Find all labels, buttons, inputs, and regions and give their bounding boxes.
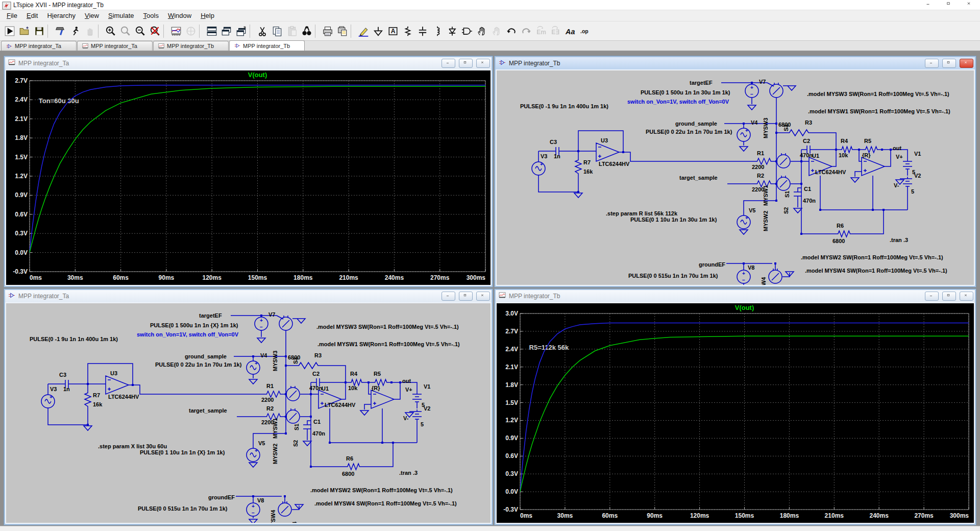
child-close-button[interactable] [476,292,490,301]
halt-button[interactable] [82,23,97,38]
open-file-button[interactable] [17,23,32,38]
place-ground-button[interactable] [371,23,385,38]
print-button[interactable] [320,23,335,38]
schematic-text: U3 [601,137,608,144]
menu-edit[interactable]: Edit [22,11,42,20]
redo-button[interactable] [519,23,533,38]
child-close-button[interactable] [476,59,490,68]
place-spice-directive-button[interactable]: .op [578,23,593,38]
svg-text:150ms: 150ms [248,274,267,281]
minimize-button[interactable] [919,0,939,10]
edit-simulation-cmd-button[interactable]: Em [533,23,548,38]
child-minimize-button[interactable] [442,292,455,301]
cut-button[interactable] [255,23,270,38]
child-close-button[interactable] [960,59,973,68]
copy-button[interactable] [270,23,284,38]
menu-tools[interactable]: Tools [139,11,163,20]
print-preview-button[interactable] [335,23,350,38]
menu-view[interactable]: View [80,11,104,20]
zoom-out-button[interactable] [133,23,148,38]
find-button[interactable] [299,23,314,38]
child-titlebar[interactable]: MPP integrator_Tb [496,57,975,69]
schematic-text: 2200 [261,397,274,403]
schematic-icon [498,59,506,68]
child-titlebar[interactable]: MPP integrator_Tb [496,290,975,302]
place-text-button[interactable]: Aa [563,23,578,38]
svg-text:180ms: 180ms [780,512,799,519]
schematic-text: R7 [93,392,100,399]
schematic-text: .model MYSW2 SW(Ron=1 Roff=100Meg Vt=.5 … [801,254,943,261]
tab-mpp-integrator_ta-schematic[interactable]: MPP integrator_Ta [1,41,77,51]
child-minimize-button[interactable] [442,59,455,68]
tab-label: MPP integrator_Tb [167,43,214,49]
place-component-button[interactable] [459,23,474,38]
svg-text:0ms: 0ms [520,512,532,519]
autorange-y-axis-button[interactable] [168,23,183,38]
child-restore-button[interactable] [459,59,473,68]
waveform-plot-ta[interactable]: -0.3V0.0V0.3V0.6V0.9V1.2V1.5V1.8V2.1V2.4… [6,70,491,285]
schematic-text: V1 [424,383,430,390]
svg-text:E∃: E∃ [551,28,559,35]
schematic-text: PULSE(0 1 10u 1n 1n 30u 1m 1k) [630,216,717,223]
undo-button[interactable] [504,23,519,38]
zoom-back-button[interactable] [118,23,133,38]
schematic-text: MYSW2 [763,211,769,231]
run-simulation-button[interactable] [67,23,82,38]
run-button[interactable] [2,23,17,38]
menu-file[interactable]: File [2,11,22,20]
toolbar-separator [199,25,203,38]
maximize-button[interactable] [939,0,960,10]
zoom-full-extents-button[interactable] [148,23,162,38]
schematic-text: .model MYSW1 SW(Ron=1 Roff=100Meg Vt=.5 … [317,341,460,348]
child-minimize-button[interactable] [925,292,939,301]
schematic-text: V- [403,415,408,422]
child-restore-button[interactable] [459,292,473,301]
control-panel-button[interactable] [53,23,67,38]
toolbar-separator [98,25,102,38]
schematic-text: V+ [896,154,903,160]
menu-simulate[interactable]: Simulate [104,11,139,20]
cascade-windows-button[interactable] [234,23,249,38]
save-button[interactable] [32,23,46,38]
child-close-button[interactable] [960,292,973,301]
place-capacitor-button[interactable] [415,23,430,38]
tile-vertically-button[interactable] [219,23,234,38]
schematic-text: V5 [749,207,755,214]
drag-button[interactable] [489,23,504,38]
draw-wire-button[interactable] [356,23,371,38]
edit-simulation-cmd-alt-button[interactable]: E∃ [548,23,563,38]
tab-mpp-integrator_ta-waveform[interactable]: MPP integrator_Ta [77,41,153,51]
schematic-canvas-tb[interactable]: ++++−+−PULSE(0 -1 9u 1n 1n 400u 1m 1k)ta… [497,70,974,285]
schematic-text: 2200 [261,419,274,426]
schematic-text: V5 [258,440,265,447]
child-titlebar[interactable]: MPP integrator_Ta [5,290,492,302]
paste-button[interactable] [284,23,299,38]
child-titlebar[interactable]: MPP integrator_Ta [5,57,492,69]
close-button[interactable] [960,0,980,10]
tile-horizontally-button[interactable] [204,23,219,38]
svg-text:90ms: 90ms [159,274,175,281]
schematic-text: PULSE(0 1 500u 1n 1n 30u 1m 1k) [641,89,730,96]
child-minimize-button[interactable] [925,59,939,68]
menu-window[interactable]: Window [163,11,196,20]
menu-help[interactable]: Help [196,11,219,20]
schematic-canvas-ta[interactable]: ++++−+−PULSE(0 -1 9u 1n 1n 400u 1m 1k)ta… [6,303,491,523]
polar-plot-button[interactable] [183,23,198,38]
place-diode-button[interactable] [445,23,459,38]
svg-text:240ms: 240ms [385,274,404,281]
place-inductor-button[interactable] [430,23,445,38]
schematic-text: 6800 [288,354,300,361]
schematic-text: .model MYSW1 SW(Ron=1 Roff=100Meg Vt=.5 … [808,108,950,115]
place-net-label-button[interactable]: A [385,23,400,38]
move-button[interactable] [474,23,489,38]
child-restore-button[interactable] [942,59,956,68]
place-resistor-button[interactable] [400,23,415,38]
svg-text:210ms: 210ms [339,274,358,281]
zoom-in-button[interactable] [103,23,118,38]
child-restore-button[interactable] [942,292,956,301]
schematic-text: R6 [837,223,844,229]
tab-mpp-integrator_tb-waveform[interactable]: MPP integrator_Tb [153,41,229,51]
menu-hierarchy[interactable]: Hierarchy [42,11,80,20]
tab-mpp-integrator_tb-schematic[interactable]: MPP integrator_Tb [229,40,305,51]
waveform-plot-tb[interactable]: -0.3V0.0V0.3V0.6V0.9V1.2V1.5V1.8V2.1V2.4… [497,303,974,523]
